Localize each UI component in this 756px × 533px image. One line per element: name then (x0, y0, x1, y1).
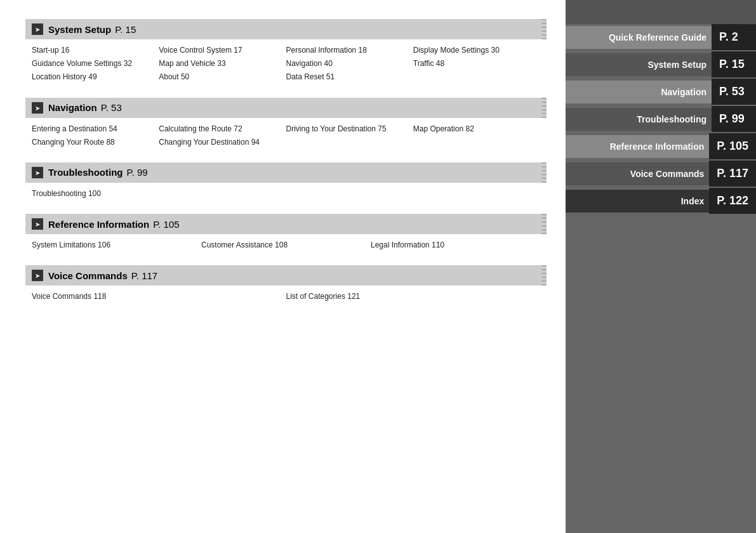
list-item: Data Reset 51 (286, 71, 413, 83)
list-item: Map Operation 82 (413, 123, 540, 135)
section-title-voice-commands: Voice Commands (48, 270, 128, 281)
list-item: Guidance Volume Settings 32 (32, 58, 159, 70)
section-header-system-setup: System SetupP. 15 (25, 19, 547, 39)
section-title-troubleshooting: Troubleshooting (48, 167, 123, 178)
sidebar: Quick Reference GuideP. 2System SetupP. … (566, 0, 756, 533)
sidebar-item-page: P. 99 (712, 106, 756, 132)
section-icon-navigation (32, 102, 43, 114)
list-item (413, 71, 540, 83)
section-title-navigation: Navigation (48, 102, 97, 113)
list-item: Location History 49 (32, 71, 159, 83)
sidebar-item-page: P. 15 (712, 51, 756, 77)
sidebar-item-reference-information[interactable]: Reference InformationP. 105 (566, 133, 756, 159)
sidebar-item-label: System Setup (566, 53, 712, 76)
list-item: Changing Your Route 88 (32, 136, 159, 148)
sidebar-item-troubleshooting[interactable]: TroubleshootingP. 99 (566, 106, 756, 132)
list-item: Navigation 40 (286, 58, 413, 70)
sidebar-item-navigation[interactable]: NavigationP. 53 (566, 79, 756, 105)
section-title-reference-information: Reference Information (48, 219, 149, 230)
list-item (286, 136, 413, 148)
list-item: Customer Assistance 108 (201, 239, 371, 251)
section-page-system-setup: P. 15 (115, 24, 136, 35)
sidebar-item-label: Quick Reference Guide (566, 26, 712, 49)
section-title-system-setup: System Setup (48, 24, 111, 35)
section-system-setup: System SetupP. 15Start-up 16Voice Contro… (25, 19, 547, 86)
sidebar-item-label: Navigation (566, 81, 712, 103)
section-icon-system-setup (32, 23, 43, 35)
list-item: Traffic 48 (413, 58, 540, 70)
section-header-navigation: NavigationP. 53 (25, 98, 547, 118)
sidebar-item-index[interactable]: IndexP. 122 (566, 188, 756, 214)
section-icon-reference-information (32, 218, 43, 230)
list-item (159, 188, 286, 200)
section-body-reference-information: System Limitations 106Customer Assistanc… (25, 238, 547, 254)
list-item: About 50 (159, 71, 286, 83)
sidebar-item-page: P. 105 (709, 133, 756, 159)
section-navigation: NavigationP. 53Entering a Destination 54… (25, 98, 547, 151)
section-body-voice-commands: Voice Commands 118List of Categories 121 (25, 289, 547, 305)
sidebar-spacer (566, 215, 756, 533)
sidebar-item-system-setup[interactable]: System SetupP. 15 (566, 51, 756, 77)
section-icon-troubleshooting (32, 167, 43, 178)
list-item: Entering a Destination 54 (32, 123, 159, 135)
section-header-troubleshooting: TroubleshootingP. 99 (25, 162, 547, 183)
sidebar-item-voice-commands[interactable]: Voice CommandsP. 117 (566, 161, 756, 187)
section-header-voice-commands: Voice CommandsP. 117 (25, 265, 547, 286)
sidebar-item-page: P. 122 (709, 188, 756, 214)
list-item: Voice Commands 118 (32, 291, 286, 303)
list-item: Start-up 16 (32, 44, 159, 56)
section-page-reference-information: P. 105 (153, 219, 179, 230)
list-item: Troubleshooting 100 (32, 188, 159, 200)
list-item: Calculating the Route 72 (159, 123, 286, 135)
list-item (413, 188, 540, 200)
list-item (286, 188, 413, 200)
list-item: Personal Information 18 (286, 44, 413, 56)
list-item: Display Mode Settings 30 (413, 44, 540, 56)
sidebar-item-label: Voice Commands (566, 162, 709, 185)
section-body-troubleshooting: Troubleshooting 100 (25, 187, 547, 202)
section-icon-voice-commands (32, 270, 43, 281)
list-item: System Limitations 106 (32, 239, 201, 251)
section-reference-information: Reference InformationP. 105System Limita… (25, 214, 547, 254)
sidebar-item-quick-reference-guide[interactable]: Quick Reference GuideP. 2 (566, 24, 756, 50)
list-item: Voice Control System 17 (159, 44, 286, 56)
section-voice-commands: Voice CommandsP. 117Voice Commands 118Li… (25, 265, 547, 305)
sidebar-title (566, 0, 756, 24)
sidebar-item-label: Index (566, 190, 709, 213)
section-header-reference-information: Reference InformationP. 105 (25, 214, 547, 234)
list-item: Driving to Your Destination 75 (286, 123, 413, 135)
list-item (413, 136, 540, 148)
section-body-navigation: Entering a Destination 54Calculating the… (25, 122, 547, 151)
section-troubleshooting: TroubleshootingP. 99Troubleshooting 100 (25, 162, 547, 202)
list-item: Changing Your Destination 94 (159, 136, 286, 148)
list-item: Map and Vehicle 33 (159, 58, 286, 70)
section-page-navigation: P. 53 (101, 102, 122, 113)
sidebar-item-page: P. 53 (712, 79, 756, 105)
sidebar-item-page: P. 117 (709, 161, 756, 187)
list-item: List of Categories 121 (286, 291, 541, 303)
sidebar-item-page: P. 2 (712, 24, 756, 50)
sidebar-item-label: Troubleshooting (566, 108, 712, 131)
sidebar-item-label: Reference Information (566, 135, 709, 158)
list-item: Legal Information 110 (371, 239, 540, 251)
section-page-voice-commands: P. 117 (131, 270, 157, 281)
section-page-troubleshooting: P. 99 (127, 167, 148, 178)
section-body-system-setup: Start-up 16Voice Control System 17Person… (25, 43, 547, 86)
main-content: System SetupP. 15Start-up 16Voice Contro… (0, 0, 566, 533)
